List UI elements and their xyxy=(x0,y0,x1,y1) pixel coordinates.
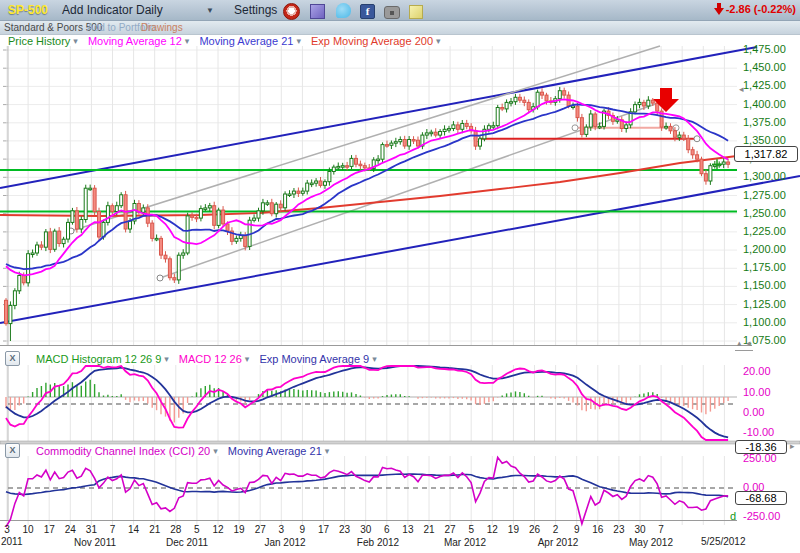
macd-pane-legend: X MACD Histogram 12 26 9▾MACD 12 26▾Exp … xyxy=(5,351,377,366)
chevron-down-icon: ▾ xyxy=(73,36,78,46)
legend-item-commodity-channel-index-cci-20[interactable]: Commodity Channel Index (CCI) 20▾ xyxy=(36,445,218,457)
legend-item-exp-moving-average-9[interactable]: Exp Moving Average 9▾ xyxy=(259,353,376,365)
legend-item-price-history[interactable]: Price History▾ xyxy=(8,35,78,47)
legend-label: Moving Average 21 xyxy=(228,445,322,457)
legend-item-moving-average-21[interactable]: Moving Average 21▾ xyxy=(228,445,330,457)
chevron-down-icon: ▾ xyxy=(296,36,301,46)
drawn-objects xyxy=(0,46,800,323)
cci-pane-legend: X Commodity Channel Index (CCI) 20▾Movin… xyxy=(5,443,329,458)
cube-icon[interactable] xyxy=(310,4,325,19)
chevron-down-icon: ▾ xyxy=(164,354,169,364)
timeframe-select[interactable]: Daily xyxy=(136,3,163,17)
symbol-subbar: Standard & Poors 500 Add to Portfolio Dr… xyxy=(0,21,800,35)
alarm-icon[interactable] xyxy=(283,3,300,20)
charting-app: SP-500 Add Indicator Daily ▼ Settings -2… xyxy=(0,0,800,553)
toolbar: SP-500 Add Indicator Daily ▼ Settings -2… xyxy=(0,0,800,21)
legend-label: Moving Average 21 xyxy=(199,35,293,47)
legend-label: MACD Histogram 12 26 9 xyxy=(36,353,161,365)
camera-icon[interactable] xyxy=(384,6,400,19)
facebook-icon[interactable] xyxy=(360,4,375,19)
drawings-link[interactable]: Drawings xyxy=(141,22,183,33)
add-indicator-button[interactable]: Add Indicator xyxy=(62,3,133,17)
daily-change-text: -2.86 (-0.22%) xyxy=(726,3,796,15)
legend-label: MACD 12 26 xyxy=(179,353,242,365)
note-icon[interactable] xyxy=(409,5,423,19)
legend-item-macd-12-26[interactable]: MACD 12 26▾ xyxy=(179,353,250,365)
legend-label: Exp Moving Average 9 xyxy=(259,353,369,365)
chevron-down-icon: ▾ xyxy=(372,354,377,364)
legend-label: Moving Average 12 xyxy=(88,35,182,47)
down-arrow-icon xyxy=(714,3,724,15)
legend-label: Commodity Channel Index (CCI) 20 xyxy=(36,445,210,457)
settings-button[interactable]: Settings xyxy=(234,3,277,17)
macd-pane xyxy=(6,366,737,440)
close-macd-pane-button[interactable]: X xyxy=(5,351,20,366)
legend-item-moving-average-12[interactable]: Moving Average 12▾ xyxy=(88,35,190,47)
symbol-label: SP-500 xyxy=(8,3,48,17)
legend-item-moving-average-21[interactable]: Moving Average 21▾ xyxy=(199,35,301,47)
chevron-down-icon[interactable]: ▼ xyxy=(206,6,214,15)
ma21-line xyxy=(6,104,728,269)
daily-change: -2.86 (-0.22%) xyxy=(714,3,796,15)
legend-item-macd-histogram-12-26-9[interactable]: MACD Histogram 12 26 9▾ xyxy=(36,353,169,365)
cci-pane xyxy=(6,457,737,527)
chevron-down-icon: ▾ xyxy=(325,446,330,456)
chevron-down-icon: ▾ xyxy=(436,36,441,46)
legend-label: Price History xyxy=(8,35,70,47)
ma12-line xyxy=(6,99,728,275)
chevron-down-icon: ▾ xyxy=(185,36,190,46)
chevron-down-icon: ▾ xyxy=(245,354,250,364)
chart-canvas[interactable] xyxy=(0,0,800,553)
price-pane-legend: Price History▾Moving Average 12▾Moving A… xyxy=(8,35,441,47)
legend-label: Exp Moving Average 200 xyxy=(311,35,433,47)
close-cci-pane-button[interactable]: X xyxy=(5,443,20,458)
legend-item-exp-moving-average-200[interactable]: Exp Moving Average 200▾ xyxy=(311,35,441,47)
twitter-icon[interactable] xyxy=(336,3,351,18)
chevron-down-icon: ▾ xyxy=(213,446,218,456)
